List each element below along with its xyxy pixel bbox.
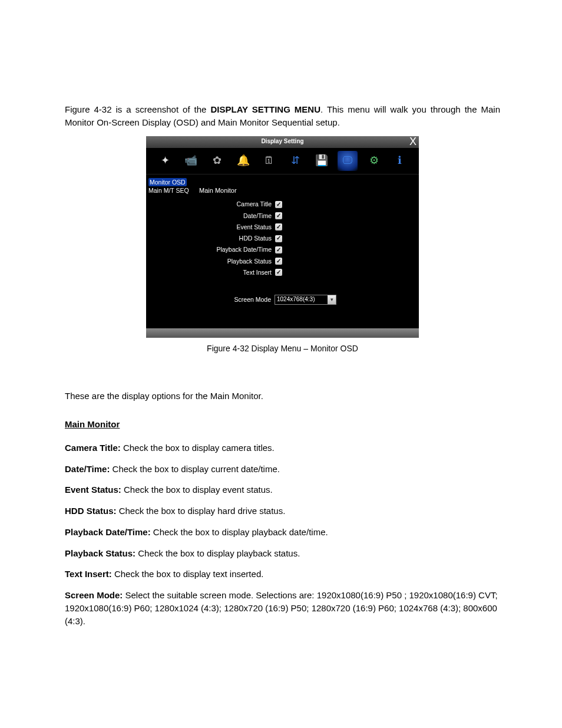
checkbox-playback-date-time[interactable]: ✓ (275, 246, 282, 253)
document-page: Figure 4-32 is a screenshot of the DISPL… (0, 0, 562, 728)
display-setting-window: Display Setting X ✦ 📹 ✿ 🔔 🗓 ⇵ 💾 🖵 ⚙ ℹ Mo… (146, 136, 419, 338)
checkbox-camera-title[interactable]: ✓ (275, 201, 282, 208)
screen-mode-row: Screen Mode 1024x768(4:3) ▾ (199, 295, 411, 305)
def-screen-mode-label: Screen Mode: (65, 590, 123, 600)
opt-camera-title-label: Camera Title (236, 200, 272, 209)
def-camera-title-label: Camera Title: (65, 443, 121, 453)
checkbox-playback-status[interactable]: ✓ (275, 258, 282, 265)
def-camera-title: Camera Title: Check the box to display c… (65, 442, 500, 454)
def-playback-status-desc: Check the box to display playback status… (135, 548, 300, 558)
alarm-icon[interactable]: 🔔 (233, 151, 253, 171)
section-heading: Main Monitor (65, 418, 500, 431)
checkbox-event-status[interactable]: ✓ (275, 223, 282, 230)
sidebar-item-monitor-osd[interactable]: Monitor OSD (148, 178, 187, 186)
intro-options-para: These are the display options for the Ma… (65, 390, 500, 403)
intro-prefix: Figure 4-32 is a screenshot of the (65, 104, 210, 114)
def-event-status-label: Event Status: (65, 485, 121, 495)
window-body: Monitor OSD Main M/T SEQ Main Monitor Ca… (146, 174, 419, 328)
figure-wrapper: Display Setting X ✦ 📹 ✿ 🔔 🗓 ⇵ 💾 🖵 ⚙ ℹ Mo… (65, 136, 500, 338)
disk-icon[interactable]: 💾 (312, 151, 332, 171)
def-playback-date-time: Playback Date/Time: Check the box to dis… (65, 526, 500, 539)
window-titlebar: Display Setting X (146, 136, 419, 148)
def-screen-mode: Screen Mode: Select the suitable screen … (65, 589, 500, 627)
def-text-insert-label: Text Insert: (65, 569, 112, 579)
opt-camera-title: Camera Title ✓ (199, 200, 411, 209)
opt-playback-date-time: Playback Date/Time ✓ (199, 245, 411, 254)
def-playback-date-time-desc: Check the box to display playback date/t… (151, 527, 328, 537)
checkbox-hdd-status[interactable]: ✓ (275, 235, 282, 242)
checkbox-text-insert[interactable]: ✓ (275, 269, 282, 276)
def-hdd-status: HDD Status: Check the box to display har… (65, 505, 500, 518)
sidebar-item-main-mt-seq[interactable]: Main M/T SEQ (148, 186, 196, 195)
opt-event-status-label: Event Status (236, 223, 272, 232)
intro-bold: DISPLAY SETTING MENU (210, 104, 320, 114)
screen-mode-label: Screen Mode (234, 295, 271, 304)
record-icon[interactable]: ✿ (207, 151, 227, 171)
window-footerbar (146, 328, 419, 338)
chevron-down-icon[interactable]: ▾ (328, 295, 336, 304)
opt-playback-date-time-label: Playback Date/Time (216, 245, 272, 254)
info-icon[interactable]: ℹ (390, 151, 410, 171)
def-event-status-desc: Check the box to display event status. (121, 485, 273, 495)
intro-paragraph: Figure 4-32 is a screenshot of the DISPL… (65, 103, 500, 129)
sidebar: Monitor OSD Main M/T SEQ (146, 174, 196, 328)
network-icon[interactable]: ⇵ (286, 151, 306, 171)
window-title: Display Setting (261, 137, 303, 146)
def-playback-date-time-label: Playback Date/Time: (65, 527, 151, 537)
icon-toolbar: ✦ 📹 ✿ 🔔 🗓 ⇵ 💾 🖵 ⚙ ℹ (146, 148, 419, 174)
opt-event-status: Event Status ✓ (199, 223, 411, 232)
def-hdd-status-desc: Check the box to display hard drive stat… (117, 506, 286, 516)
opt-date-time: Date/Time ✓ (199, 212, 411, 220)
opt-text-insert: Text Insert ✓ (199, 268, 411, 277)
def-screen-mode-desc: Select the suitable screen mode. Selecti… (65, 590, 498, 626)
def-playback-status: Playback Status: Check the box to displa… (65, 547, 500, 560)
opt-playback-status-label: Playback Status (227, 257, 272, 266)
screen-mode-value: 1024x768(4:3) (277, 295, 315, 304)
opt-hdd-status: HDD Status ✓ (199, 234, 411, 243)
opt-playback-status: Playback Status ✓ (199, 257, 411, 266)
def-playback-status-label: Playback Status: (65, 548, 135, 558)
def-text-insert-desc: Check the box to display text inserted. (112, 569, 264, 579)
def-hdd-status-label: HDD Status: (65, 506, 117, 516)
def-date-time: Date/Time: Check the box to display curr… (65, 463, 500, 476)
opt-date-time-label: Date/Time (243, 212, 272, 220)
def-date-time-desc: Check the box to display current date/ti… (110, 464, 279, 474)
figure-caption: Figure 4-32 Display Menu – Monitor OSD (65, 342, 500, 354)
schedule-icon[interactable]: 🗓 (259, 151, 279, 171)
def-event-status: Event Status: Check the box to display e… (65, 483, 500, 496)
settings-panel: Main Monitor Camera Title ✓ Date/Time ✓ … (196, 174, 419, 328)
panel-title: Main Monitor (199, 186, 411, 196)
camera-icon[interactable]: 📹 (181, 151, 201, 171)
checkbox-date-time[interactable]: ✓ (275, 212, 282, 219)
close-icon[interactable]: X (409, 136, 416, 148)
opt-hdd-status-label: HDD Status (239, 234, 272, 243)
display-icon[interactable]: 🖵 (338, 151, 358, 171)
system-icon[interactable]: ✦ (155, 151, 175, 171)
def-date-time-label: Date/Time: (65, 464, 110, 474)
def-text-insert: Text Insert: Check the box to display te… (65, 568, 500, 581)
settings-icon[interactable]: ⚙ (364, 151, 384, 171)
screen-mode-dropdown[interactable]: 1024x768(4:3) ▾ (275, 295, 336, 305)
def-camera-title-desc: Check the box to display camera titles. (121, 443, 275, 453)
opt-text-insert-label: Text Insert (243, 268, 272, 277)
options-list: Camera Title ✓ Date/Time ✓ Event Status … (199, 200, 411, 277)
